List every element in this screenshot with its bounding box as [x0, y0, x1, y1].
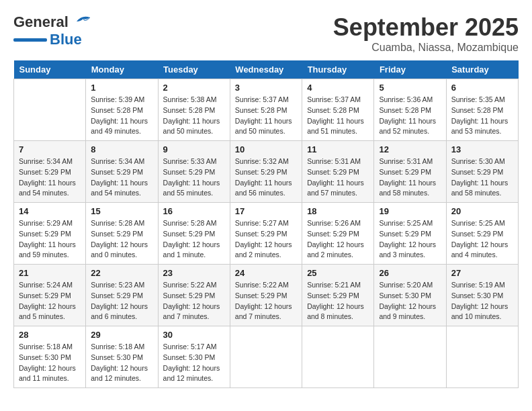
calendar-cell: 9Sunrise: 5:33 AMSunset: 5:29 PMDaylight…	[158, 141, 230, 203]
calendar-week-row: 1Sunrise: 5:39 AMSunset: 5:28 PMDaylight…	[14, 79, 519, 141]
calendar-cell	[302, 326, 374, 388]
day-info: Sunrise: 5:25 AMSunset: 5:29 PMDaylight:…	[379, 218, 441, 261]
day-number: 10	[235, 144, 297, 154]
day-number: 6	[451, 83, 513, 93]
day-info: Sunrise: 5:38 AMSunset: 5:28 PMDaylight:…	[163, 95, 225, 137]
day-number: 23	[163, 268, 225, 278]
day-info: Sunrise: 5:28 AMSunset: 5:29 PMDaylight:…	[163, 218, 225, 261]
day-info: Sunrise: 5:32 AMSunset: 5:29 PMDaylight:…	[235, 156, 297, 199]
calendar-cell: 5Sunrise: 5:36 AMSunset: 5:28 PMDaylight…	[374, 79, 446, 141]
weekday-header-saturday: Saturday	[446, 60, 518, 79]
day-number: 5	[379, 83, 441, 93]
day-info: Sunrise: 5:30 AMSunset: 5:29 PMDaylight:…	[451, 156, 513, 199]
title-block: September 2025 Cuamba, Niassa, Mozambiqu…	[333, 13, 519, 54]
calendar-cell: 3Sunrise: 5:37 AMSunset: 5:28 PMDaylight…	[230, 79, 302, 141]
calendar-cell: 23Sunrise: 5:22 AMSunset: 5:29 PMDayligh…	[158, 265, 230, 326]
day-number: 4	[307, 83, 369, 93]
day-number: 3	[235, 83, 297, 93]
calendar-cell: 6Sunrise: 5:35 AMSunset: 5:28 PMDaylight…	[446, 79, 518, 141]
day-number: 1	[91, 83, 152, 93]
day-number: 16	[163, 206, 225, 216]
day-info: Sunrise: 5:34 AMSunset: 5:29 PMDaylight:…	[19, 156, 81, 199]
calendar-cell: 14Sunrise: 5:29 AMSunset: 5:29 PMDayligh…	[14, 203, 86, 265]
day-number: 13	[451, 144, 513, 154]
calendar-cell: 15Sunrise: 5:28 AMSunset: 5:29 PMDayligh…	[86, 203, 158, 265]
calendar-cell: 19Sunrise: 5:25 AMSunset: 5:29 PMDayligh…	[374, 203, 446, 265]
day-number: 8	[91, 144, 152, 154]
day-info: Sunrise: 5:22 AMSunset: 5:29 PMDaylight:…	[235, 280, 297, 322]
calendar-cell: 4Sunrise: 5:37 AMSunset: 5:28 PMDaylight…	[302, 79, 374, 141]
calendar-cell: 7Sunrise: 5:34 AMSunset: 5:29 PMDaylight…	[14, 141, 86, 203]
calendar-cell: 17Sunrise: 5:27 AMSunset: 5:29 PMDayligh…	[230, 203, 302, 265]
day-number: 25	[307, 268, 369, 278]
day-info: Sunrise: 5:19 AMSunset: 5:30 PMDaylight:…	[451, 280, 513, 322]
calendar-cell: 16Sunrise: 5:28 AMSunset: 5:29 PMDayligh…	[158, 203, 230, 265]
day-number: 19	[379, 206, 441, 216]
day-info: Sunrise: 5:37 AMSunset: 5:28 PMDaylight:…	[307, 95, 369, 137]
day-number: 12	[379, 144, 441, 154]
calendar-cell: 12Sunrise: 5:31 AMSunset: 5:29 PMDayligh…	[374, 141, 446, 203]
weekday-header-friday: Friday	[374, 60, 446, 79]
weekday-header-wednesday: Wednesday	[230, 60, 302, 79]
calendar-table: SundayMondayTuesdayWednesdayThursdayFrid…	[13, 60, 519, 388]
day-number: 22	[91, 268, 152, 278]
day-info: Sunrise: 5:21 AMSunset: 5:29 PMDaylight:…	[307, 280, 369, 322]
day-number: 11	[307, 144, 369, 154]
logo: General Blue	[13, 13, 93, 48]
calendar-cell: 8Sunrise: 5:34 AMSunset: 5:29 PMDaylight…	[86, 141, 158, 203]
calendar-cell: 29Sunrise: 5:18 AMSunset: 5:30 PMDayligh…	[86, 326, 158, 388]
day-number: 29	[91, 330, 152, 340]
day-number: 2	[163, 83, 225, 93]
weekday-header-tuesday: Tuesday	[158, 60, 230, 79]
day-info: Sunrise: 5:17 AMSunset: 5:30 PMDaylight:…	[163, 342, 225, 384]
day-number: 27	[451, 268, 513, 278]
calendar-cell: 28Sunrise: 5:18 AMSunset: 5:30 PMDayligh…	[14, 326, 86, 388]
day-number: 28	[19, 330, 81, 340]
calendar-cell: 13Sunrise: 5:30 AMSunset: 5:29 PMDayligh…	[446, 141, 518, 203]
day-number: 17	[235, 206, 297, 216]
day-number: 26	[379, 268, 441, 278]
weekday-header-monday: Monday	[86, 60, 158, 79]
calendar-cell: 2Sunrise: 5:38 AMSunset: 5:28 PMDaylight…	[158, 79, 230, 141]
calendar-cell: 21Sunrise: 5:24 AMSunset: 5:29 PMDayligh…	[14, 265, 86, 326]
calendar-week-row: 21Sunrise: 5:24 AMSunset: 5:29 PMDayligh…	[14, 265, 519, 326]
calendar-cell	[14, 79, 86, 141]
day-info: Sunrise: 5:33 AMSunset: 5:29 PMDaylight:…	[163, 156, 225, 199]
day-info: Sunrise: 5:18 AMSunset: 5:30 PMDaylight:…	[19, 342, 81, 384]
calendar-cell: 25Sunrise: 5:21 AMSunset: 5:29 PMDayligh…	[302, 265, 374, 326]
calendar-week-row: 7Sunrise: 5:34 AMSunset: 5:29 PMDaylight…	[14, 141, 519, 203]
calendar-week-row: 14Sunrise: 5:29 AMSunset: 5:29 PMDayligh…	[14, 203, 519, 265]
day-info: Sunrise: 5:22 AMSunset: 5:29 PMDaylight:…	[163, 280, 225, 322]
day-number: 20	[451, 206, 513, 216]
day-info: Sunrise: 5:26 AMSunset: 5:29 PMDaylight:…	[307, 218, 369, 261]
calendar-cell: 27Sunrise: 5:19 AMSunset: 5:30 PMDayligh…	[446, 265, 518, 326]
day-info: Sunrise: 5:28 AMSunset: 5:29 PMDaylight:…	[91, 218, 152, 261]
calendar-cell: 26Sunrise: 5:20 AMSunset: 5:30 PMDayligh…	[374, 265, 446, 326]
weekday-header-thursday: Thursday	[302, 60, 374, 79]
day-number: 24	[235, 268, 297, 278]
page-header: General Blue September 2025 Cuamba, Nias…	[13, 13, 519, 54]
day-info: Sunrise: 5:31 AMSunset: 5:29 PMDaylight:…	[307, 156, 369, 199]
day-info: Sunrise: 5:39 AMSunset: 5:28 PMDaylight:…	[91, 95, 152, 137]
calendar-cell	[446, 326, 518, 388]
day-info: Sunrise: 5:31 AMSunset: 5:29 PMDaylight:…	[379, 156, 441, 199]
calendar-cell: 30Sunrise: 5:17 AMSunset: 5:30 PMDayligh…	[158, 326, 230, 388]
day-info: Sunrise: 5:29 AMSunset: 5:29 PMDaylight:…	[19, 218, 81, 261]
day-info: Sunrise: 5:18 AMSunset: 5:30 PMDaylight:…	[91, 342, 152, 384]
day-info: Sunrise: 5:24 AMSunset: 5:29 PMDaylight:…	[19, 280, 81, 322]
day-info: Sunrise: 5:35 AMSunset: 5:28 PMDaylight:…	[451, 95, 513, 137]
calendar-body: 1Sunrise: 5:39 AMSunset: 5:28 PMDaylight…	[14, 79, 519, 388]
day-info: Sunrise: 5:25 AMSunset: 5:29 PMDaylight:…	[451, 218, 513, 261]
calendar-cell: 10Sunrise: 5:32 AMSunset: 5:29 PMDayligh…	[230, 141, 302, 203]
weekday-header-sunday: Sunday	[14, 60, 86, 79]
day-number: 15	[91, 206, 152, 216]
location-title: Cuamba, Niassa, Mozambique	[333, 42, 519, 54]
day-info: Sunrise: 5:34 AMSunset: 5:29 PMDaylight:…	[91, 156, 152, 199]
logo-blue-text: Blue	[50, 31, 82, 48]
logo-bird-icon	[71, 15, 93, 30]
calendar-week-row: 28Sunrise: 5:18 AMSunset: 5:30 PMDayligh…	[14, 326, 519, 388]
calendar-cell	[230, 326, 302, 388]
day-info: Sunrise: 5:23 AMSunset: 5:29 PMDaylight:…	[91, 280, 152, 322]
calendar-header-row: SundayMondayTuesdayWednesdayThursdayFrid…	[14, 60, 519, 79]
calendar-cell: 1Sunrise: 5:39 AMSunset: 5:28 PMDaylight…	[86, 79, 158, 141]
